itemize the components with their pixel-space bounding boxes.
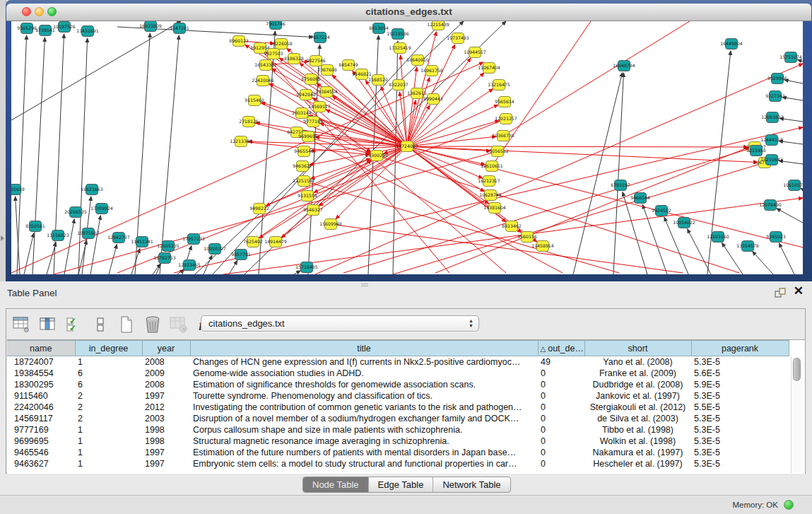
cell-out_de[interactable]: 0: [538, 379, 584, 390]
cell-pagerank[interactable]: 5.6E-5: [691, 368, 789, 379]
cell-title[interactable]: Genome-wide association studies in ADHD.: [190, 368, 538, 379]
float-panel-button[interactable]: [774, 287, 787, 298]
network-view-window[interactable]: citations_edges.txt 18724007183002958960…: [6, 0, 812, 281]
cell-pagerank[interactable]: 5.3E-5: [691, 390, 789, 402]
table-row[interactable]: 1872400712008Changes of HCN gene express…: [7, 356, 789, 368]
panel-resize-grip[interactable]: [361, 282, 368, 288]
cites-edge[interactable]: [777, 209, 803, 223]
cites-edge[interactable]: [11, 21, 181, 120]
cell-pagerank[interactable]: 5.3E-5: [691, 458, 789, 469]
cell-in_degree[interactable]: 6: [75, 368, 142, 379]
network-canvas[interactable]: 1872400718300295896012389129541822605898…: [11, 21, 803, 274]
cell-title[interactable]: Estimation of significance thresholds fo…: [190, 379, 538, 390]
first-neighbor-edge[interactable]: [503, 21, 690, 136]
cell-year[interactable]: 2003: [142, 413, 190, 424]
table-row[interactable]: 969969511998Structural magnetic resonanc…: [7, 436, 789, 447]
show-columns-button[interactable]: [38, 315, 58, 334]
first-neighbor-edge[interactable]: [54, 151, 498, 274]
first-neighbor-edge[interactable]: [315, 64, 803, 274]
cell-title[interactable]: Embryonic stem cells: a model to study s…: [190, 458, 538, 469]
cell-year[interactable]: 1997: [142, 390, 190, 402]
cell-year[interactable]: 1997: [142, 458, 190, 469]
tab-edge-table[interactable]: Edge Table: [368, 477, 433, 492]
cell-title[interactable]: Estimation of the future numbers of pati…: [190, 447, 538, 458]
cell-in_degree[interactable]: 2: [75, 413, 142, 424]
cites-edge[interactable]: [797, 59, 803, 62]
cell-in_degree[interactable]: 1: [75, 436, 142, 447]
cell-short[interactable]: Nakamura et al. (1997): [584, 447, 691, 458]
cell-short[interactable]: Yano et al. (2008): [584, 356, 691, 368]
column-header-out_de[interactable]: △out_de…: [538, 341, 584, 356]
first-neighbor-edge[interactable]: [492, 21, 591, 166]
column-header-pagerank[interactable]: pagerank: [691, 341, 789, 356]
first-neighbor-edge[interactable]: [281, 146, 407, 238]
select-all-button[interactable]: ✓ ✓: [64, 315, 84, 334]
cell-out_de[interactable]: 49: [538, 356, 584, 368]
cell-title[interactable]: Corpus callosum shape and size in male p…: [190, 424, 538, 436]
cites-edge[interactable]: [294, 271, 300, 274]
cell-out_de[interactable]: 0: [538, 390, 584, 402]
cell-year[interactable]: 2008: [142, 379, 190, 390]
cites-edge[interactable]: [782, 98, 803, 100]
first-neighbor-edge[interactable]: [260, 48, 449, 273]
clear-selection-button[interactable]: [90, 315, 110, 334]
cites-edge[interactable]: [779, 243, 794, 274]
change-table-mode-button[interactable]: ⚙: [12, 315, 32, 334]
first-neighbor-edge[interactable]: [343, 147, 755, 273]
table-row[interactable]: 1938455462009Genome-wide association stu…: [7, 368, 789, 379]
cites-edge[interactable]: [109, 245, 117, 274]
cell-pagerank[interactable]: 5.3E-5: [691, 356, 789, 368]
cites-edge[interactable]: [801, 188, 803, 189]
cell-year[interactable]: 1998: [142, 436, 190, 447]
cell-pagerank[interactable]: 5.5E-5: [691, 402, 789, 413]
cell-out_de[interactable]: 0: [538, 458, 584, 469]
cell-in_degree[interactable]: 6: [75, 379, 142, 390]
cell-short[interactable]: Jankovic et al. (1997): [584, 390, 691, 402]
cell-short[interactable]: Wolkin et al. (1998): [584, 436, 691, 447]
cites-edge[interactable]: [24, 233, 34, 274]
cites-edge[interactable]: [753, 251, 773, 274]
cell-pagerank[interactable]: 5.9E-5: [691, 379, 789, 390]
column-header-in_degree[interactable]: in_degree: [75, 341, 142, 356]
window-titlebar[interactable]: citations_edges.txt: [6, 4, 811, 21]
cell-short[interactable]: Tibbo et al. (1998): [584, 424, 691, 436]
cell-in_degree[interactable]: 1: [75, 447, 142, 458]
cell-year[interactable]: 1998: [142, 424, 190, 436]
tab-network-table[interactable]: Network Table: [433, 477, 510, 492]
cell-year[interactable]: 1997: [142, 447, 190, 458]
column-header-name[interactable]: name: [7, 341, 75, 356]
citation-network-graph[interactable]: 1872400718300295896012389129541822605898…: [11, 21, 803, 274]
cell-name[interactable]: 22420046: [7, 402, 75, 413]
first-neighbor-edge[interactable]: [407, 136, 496, 146]
table-row[interactable]: 946554611997Estimation of the future num…: [7, 447, 789, 458]
cites-edge[interactable]: [229, 261, 237, 274]
cell-out_de[interactable]: 0: [538, 402, 584, 413]
first-neighbor-edge[interactable]: [401, 55, 407, 146]
cell-pagerank[interactable]: 5.3E-5: [691, 424, 789, 436]
cell-out_de[interactable]: 0: [538, 424, 584, 436]
cell-short[interactable]: Franke et al. (2009): [584, 368, 691, 379]
cell-short[interactable]: de Silva et al. (2003): [584, 413, 691, 424]
column-header-year[interactable]: year: [142, 341, 190, 356]
column-header-title[interactable]: title: [190, 341, 538, 356]
table-row[interactable]: 2242004622012Investigating the contribut…: [7, 402, 789, 413]
cell-title[interactable]: Investigating the contribution of common…: [190, 402, 538, 413]
cell-pagerank[interactable]: 5.3E-5: [691, 436, 789, 447]
cell-pagerank[interactable]: 5.3E-5: [691, 447, 789, 458]
cell-title[interactable]: Disruption of a novel member of a sodium…: [190, 413, 538, 424]
first-neighbor-edge[interactable]: [276, 160, 371, 242]
tab-node-table[interactable]: Node Table: [303, 477, 368, 492]
cell-year[interactable]: 2008: [142, 356, 190, 368]
delete-columns-button[interactable]: [143, 315, 163, 334]
cites-edge[interactable]: [17, 35, 27, 274]
cell-title[interactable]: Structural magnetic resonance image aver…: [190, 436, 538, 447]
cell-out_de[interactable]: 0: [538, 447, 584, 458]
cell-year[interactable]: 2009: [142, 368, 190, 379]
create-column-button[interactable]: [117, 315, 136, 334]
cell-name[interactable]: 9463627: [7, 458, 75, 469]
table-row[interactable]: 977716911998Corpus callosum shape and si…: [7, 424, 789, 436]
cell-out_de[interactable]: 0: [538, 413, 584, 424]
cell-short[interactable]: Stergiakouli et al. (2012): [584, 402, 691, 413]
cell-in_degree[interactable]: 1: [75, 458, 142, 469]
table-select-dropdown[interactable]: citations_edges.txt ▲▼: [201, 315, 479, 332]
